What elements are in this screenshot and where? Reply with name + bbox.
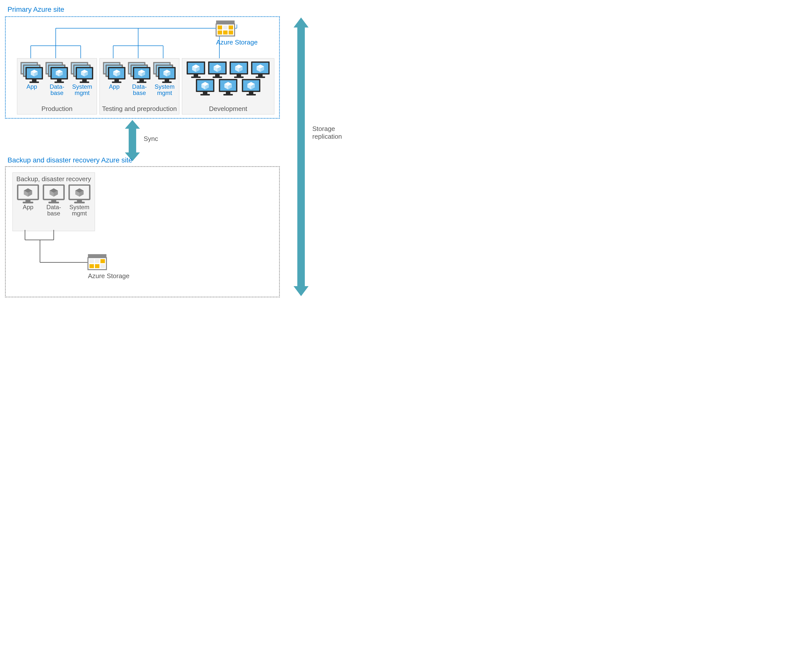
vm-icon: [229, 61, 248, 78]
testing-group: App Data- base System mgmt Testing and p…: [100, 58, 179, 115]
svg-rect-32: [89, 264, 94, 268]
production-group: App Data- base System mgmt Production: [17, 58, 97, 115]
svg-rect-34: [100, 264, 105, 268]
backup-site-title: Backup and disaster recovery Azure site: [7, 156, 132, 164]
sync-arrow-icon: [125, 120, 140, 161]
azure-storage-backup-label: Azure Storage: [88, 272, 130, 280]
vm-icon: [186, 61, 206, 78]
storage-replication-arrow-icon: [294, 17, 309, 296]
vm-app-label: App: [17, 204, 39, 210]
svg-rect-31: [100, 259, 105, 263]
vm-icon-gray: [17, 184, 39, 204]
vm-stack-icon: [103, 61, 126, 83]
svg-marker-35: [294, 17, 309, 296]
vm-icon: [251, 61, 270, 78]
vm-stack-icon: [153, 61, 176, 83]
development-group: Development: [182, 58, 274, 115]
vm-icon: [208, 61, 227, 78]
svg-marker-21: [125, 120, 140, 161]
svg-rect-30: [95, 259, 100, 263]
backup-site-box: Backup and disaster recovery Azure site …: [5, 156, 280, 298]
vm-stack-icon: [70, 61, 94, 83]
vm-sys-label: System mgmt: [68, 204, 91, 217]
azure-storage-primary: Azure Storage: [216, 20, 258, 46]
svg-rect-27: [88, 254, 106, 258]
primary-site-title: Primary Azure site: [7, 5, 64, 14]
svg-rect-20: [229, 30, 233, 34]
testing-title: Testing and preproduction: [100, 105, 179, 113]
vm-sys-label: System mgmt: [153, 83, 176, 96]
storage-icon: [216, 20, 235, 37]
storage-icon: [88, 254, 107, 271]
vm-app-label: App: [103, 83, 126, 90]
svg-rect-17: [229, 25, 233, 29]
svg-rect-13: [216, 20, 235, 24]
svg-rect-15: [218, 25, 222, 29]
vm-icon-gray: [68, 184, 91, 204]
vm-icon: [241, 78, 261, 96]
vm-icon: [218, 78, 238, 96]
vm-stack-icon: [45, 61, 69, 83]
development-title: Development: [182, 105, 274, 113]
svg-rect-19: [223, 30, 228, 34]
vm-icon: [195, 78, 215, 96]
svg-rect-16: [223, 25, 228, 29]
vm-sys-label: System mgmt: [70, 83, 94, 96]
vm-icon-gray: [42, 184, 65, 204]
svg-rect-33: [95, 264, 100, 268]
vm-stack-icon: [127, 61, 151, 83]
vm-db-label: Data- base: [42, 204, 65, 217]
svg-rect-29: [89, 259, 94, 263]
sync-label: Sync: [143, 135, 158, 143]
vm-db-label: Data- base: [45, 83, 69, 96]
storage-replication-label: Storage replication: [312, 125, 342, 140]
azure-storage-primary-label: Azure Storage: [216, 39, 258, 46]
backup-group-title: Backup, disaster recovery: [13, 173, 95, 184]
backup-group: Backup, disaster recovery App Data- base…: [12, 173, 95, 231]
svg-rect-18: [218, 30, 222, 34]
production-title: Production: [17, 105, 97, 113]
vm-app-label: App: [20, 83, 44, 90]
vm-db-label: Data- base: [127, 83, 151, 96]
azure-storage-backup: Azure Storage: [88, 254, 130, 280]
primary-site-box: Azure Storage App Data- base: [5, 16, 280, 119]
vm-stack-icon: [20, 61, 44, 83]
